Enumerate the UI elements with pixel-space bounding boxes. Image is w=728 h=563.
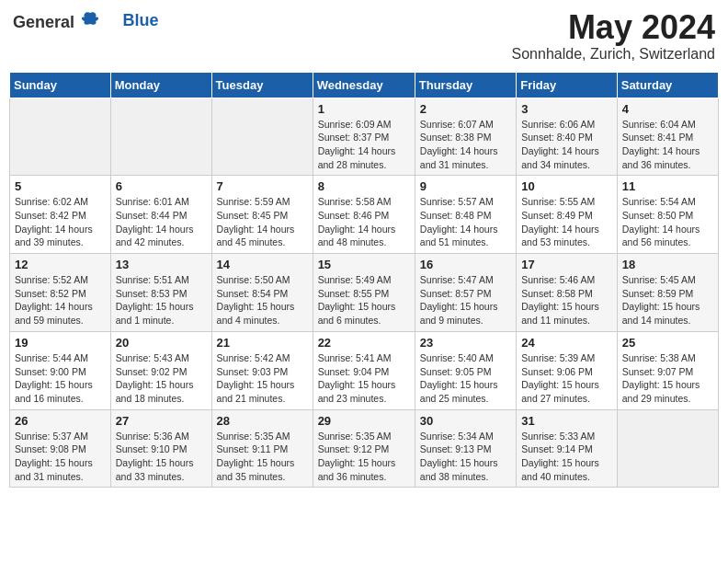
day-number: 24: [521, 336, 612, 350]
day-number: 25: [622, 336, 713, 350]
day-number: 30: [420, 414, 511, 428]
day-detail: Sunrise: 5:58 AM Sunset: 8:46 PM Dayligh…: [318, 195, 410, 249]
day-number: 23: [420, 336, 511, 350]
day-number: 9: [420, 179, 511, 193]
calendar-week-row: 5Sunrise: 6:02 AM Sunset: 8:42 PM Daylig…: [10, 176, 719, 254]
day-detail: Sunrise: 5:52 AM Sunset: 8:52 PM Dayligh…: [15, 273, 106, 327]
calendar-cell: 6Sunrise: 6:01 AM Sunset: 8:44 PM Daylig…: [110, 176, 211, 254]
day-number: 15: [318, 258, 410, 271]
calendar-week-row: 12Sunrise: 5:52 AM Sunset: 8:52 PM Dayli…: [10, 254, 719, 332]
day-detail: Sunrise: 5:42 AM Sunset: 9:03 PM Dayligh…: [217, 351, 308, 406]
day-detail: Sunrise: 5:37 AM Sunset: 9:08 PM Dayligh…: [15, 430, 106, 484]
calendar-cell: 20Sunrise: 5:43 AM Sunset: 9:02 PM Dayli…: [110, 331, 211, 409]
calendar-cell: 8Sunrise: 5:58 AM Sunset: 8:46 PM Daylig…: [313, 176, 415, 254]
logo-general: General: [13, 9, 99, 32]
weekday-header-monday: Monday: [110, 72, 211, 98]
day-detail: Sunrise: 5:44 AM Sunset: 9:00 PM Dayligh…: [15, 351, 106, 406]
calendar-cell: 1Sunrise: 6:09 AM Sunset: 8:37 PM Daylig…: [313, 98, 415, 176]
calendar-week-row: 1Sunrise: 6:09 AM Sunset: 8:37 PM Daylig…: [10, 98, 719, 176]
calendar-cell: 19Sunrise: 5:44 AM Sunset: 9:00 PM Dayli…: [10, 331, 111, 409]
location-title: Sonnhalde, Zurich, Switzerland: [512, 46, 715, 63]
calendar-cell: [617, 409, 718, 488]
day-number: 10: [521, 179, 612, 193]
calendar-cell: 7Sunrise: 5:59 AM Sunset: 8:45 PM Daylig…: [211, 176, 313, 254]
day-detail: Sunrise: 5:38 AM Sunset: 9:07 PM Dayligh…: [622, 351, 713, 406]
day-number: 16: [420, 258, 511, 271]
calendar-week-row: 26Sunrise: 5:37 AM Sunset: 9:08 PM Dayli…: [10, 409, 719, 488]
day-detail: Sunrise: 5:51 AM Sunset: 8:53 PM Dayligh…: [116, 273, 207, 327]
page-header: General Blue May 2024 Sonnhalde, Zurich,…: [9, 9, 719, 63]
calendar-cell: 18Sunrise: 5:45 AM Sunset: 8:59 PM Dayli…: [617, 254, 718, 332]
weekday-header-friday: Friday: [517, 72, 618, 98]
day-number: 18: [622, 258, 713, 271]
day-detail: Sunrise: 6:09 AM Sunset: 8:37 PM Dayligh…: [318, 118, 410, 172]
title-area: May 2024 Sonnhalde, Zurich, Switzerland: [512, 9, 715, 63]
day-detail: Sunrise: 6:07 AM Sunset: 8:38 PM Dayligh…: [420, 118, 511, 172]
day-detail: Sunrise: 5:46 AM Sunset: 8:58 PM Dayligh…: [521, 273, 612, 327]
weekday-header-wednesday: Wednesday: [313, 72, 415, 98]
calendar-cell: 12Sunrise: 5:52 AM Sunset: 8:52 PM Dayli…: [10, 254, 111, 332]
day-number: 11: [622, 179, 713, 193]
day-number: 17: [521, 258, 612, 271]
day-number: 14: [217, 258, 308, 271]
calendar-cell: [110, 98, 211, 176]
day-detail: Sunrise: 6:04 AM Sunset: 8:41 PM Dayligh…: [622, 118, 713, 172]
day-number: 21: [217, 336, 308, 350]
calendar-week-row: 19Sunrise: 5:44 AM Sunset: 9:00 PM Dayli…: [10, 331, 719, 409]
calendar-cell: 14Sunrise: 5:50 AM Sunset: 8:54 PM Dayli…: [211, 254, 313, 332]
calendar-cell: 30Sunrise: 5:34 AM Sunset: 9:13 PM Dayli…: [415, 409, 516, 488]
day-number: 1: [318, 102, 410, 116]
day-number: 3: [521, 102, 612, 116]
calendar-cell: [211, 98, 313, 176]
logo-bird-icon: [81, 9, 99, 28]
day-detail: Sunrise: 5:39 AM Sunset: 9:06 PM Dayligh…: [521, 351, 612, 406]
calendar-cell: 23Sunrise: 5:40 AM Sunset: 9:05 PM Dayli…: [415, 331, 516, 409]
weekday-header-saturday: Saturday: [617, 72, 718, 98]
calendar-cell: 27Sunrise: 5:36 AM Sunset: 9:10 PM Dayli…: [110, 409, 211, 488]
calendar-cell: 24Sunrise: 5:39 AM Sunset: 9:06 PM Dayli…: [517, 331, 618, 409]
calendar-cell: 3Sunrise: 6:06 AM Sunset: 8:40 PM Daylig…: [517, 98, 618, 176]
day-detail: Sunrise: 5:40 AM Sunset: 9:05 PM Dayligh…: [420, 351, 511, 406]
day-detail: Sunrise: 5:47 AM Sunset: 8:57 PM Dayligh…: [420, 273, 511, 327]
day-detail: Sunrise: 5:33 AM Sunset: 9:14 PM Dayligh…: [521, 430, 612, 484]
day-detail: Sunrise: 5:54 AM Sunset: 8:50 PM Dayligh…: [622, 195, 713, 249]
calendar-cell: 10Sunrise: 5:55 AM Sunset: 8:49 PM Dayli…: [517, 176, 618, 254]
weekday-header-sunday: Sunday: [10, 72, 111, 98]
calendar-cell: 5Sunrise: 6:02 AM Sunset: 8:42 PM Daylig…: [10, 176, 111, 254]
calendar-cell: 17Sunrise: 5:46 AM Sunset: 8:58 PM Dayli…: [517, 254, 618, 332]
day-number: 6: [116, 179, 207, 193]
calendar-cell: 13Sunrise: 5:51 AM Sunset: 8:53 PM Dayli…: [110, 254, 211, 332]
day-detail: Sunrise: 5:43 AM Sunset: 9:02 PM Dayligh…: [116, 351, 207, 406]
day-detail: Sunrise: 5:55 AM Sunset: 8:49 PM Dayligh…: [521, 195, 612, 249]
calendar-cell: 15Sunrise: 5:49 AM Sunset: 8:55 PM Dayli…: [313, 254, 415, 332]
day-number: 27: [116, 414, 207, 428]
day-detail: Sunrise: 5:34 AM Sunset: 9:13 PM Dayligh…: [420, 430, 511, 484]
month-title: May 2024: [512, 9, 715, 46]
day-detail: Sunrise: 5:35 AM Sunset: 9:11 PM Dayligh…: [217, 430, 308, 484]
day-detail: Sunrise: 5:49 AM Sunset: 8:55 PM Dayligh…: [318, 273, 410, 327]
day-number: 12: [15, 258, 106, 271]
day-number: 7: [217, 179, 308, 193]
day-detail: Sunrise: 5:50 AM Sunset: 8:54 PM Dayligh…: [217, 273, 308, 327]
calendar-cell: 16Sunrise: 5:47 AM Sunset: 8:57 PM Dayli…: [415, 254, 516, 332]
calendar-cell: 28Sunrise: 5:35 AM Sunset: 9:11 PM Dayli…: [211, 409, 313, 488]
day-detail: Sunrise: 6:02 AM Sunset: 8:42 PM Dayligh…: [15, 195, 106, 249]
calendar-table: SundayMondayTuesdayWednesdayThursdayFrid…: [9, 72, 719, 488]
day-detail: Sunrise: 5:41 AM Sunset: 9:04 PM Dayligh…: [318, 351, 410, 406]
day-detail: Sunrise: 5:35 AM Sunset: 9:12 PM Dayligh…: [318, 430, 410, 484]
day-detail: Sunrise: 5:36 AM Sunset: 9:10 PM Dayligh…: [116, 430, 207, 484]
day-number: 13: [116, 258, 207, 271]
calendar-cell: 29Sunrise: 5:35 AM Sunset: 9:12 PM Dayli…: [313, 409, 415, 488]
day-number: 22: [318, 336, 410, 350]
logo: General Blue: [13, 9, 159, 32]
day-detail: Sunrise: 5:59 AM Sunset: 8:45 PM Dayligh…: [217, 195, 308, 249]
day-number: 5: [15, 179, 106, 193]
day-number: 8: [318, 179, 410, 193]
calendar-cell: [10, 98, 111, 176]
calendar-cell: 4Sunrise: 6:04 AM Sunset: 8:41 PM Daylig…: [617, 98, 718, 176]
calendar-cell: 21Sunrise: 5:42 AM Sunset: 9:03 PM Dayli…: [211, 331, 313, 409]
day-detail: Sunrise: 5:45 AM Sunset: 8:59 PM Dayligh…: [622, 273, 713, 327]
day-detail: Sunrise: 5:57 AM Sunset: 8:48 PM Dayligh…: [420, 195, 511, 249]
day-number: 28: [217, 414, 308, 428]
calendar-cell: 31Sunrise: 5:33 AM Sunset: 9:14 PM Dayli…: [517, 409, 618, 488]
